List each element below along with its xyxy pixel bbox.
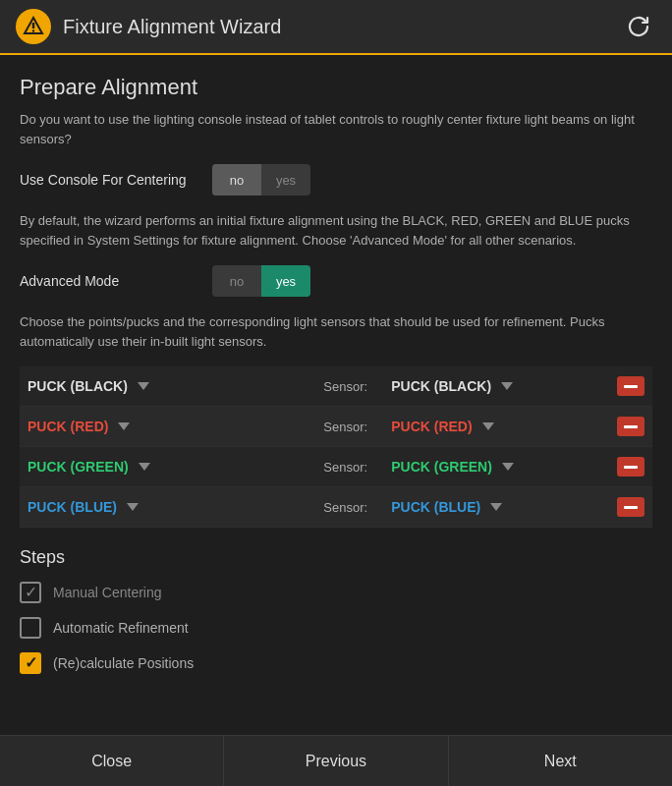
- use-console-yes-option[interactable]: yes: [261, 164, 310, 196]
- sensor-selector[interactable]: PUCK (BLUE): [391, 499, 601, 515]
- step-checkbox[interactable]: [20, 617, 41, 639]
- header-left: Fixture Alignment Wizard: [16, 9, 281, 44]
- sensor-dropdown-arrow: [502, 463, 514, 471]
- steps-heading: Steps: [20, 547, 652, 568]
- delete-icon: [624, 506, 638, 509]
- steps-container: ✓ Manual Centering Automatic Refinement …: [20, 582, 652, 674]
- content-area: Prepare Alignment Do you want to use the…: [0, 55, 672, 735]
- sensor-name-label: PUCK (BLACK): [391, 378, 491, 394]
- app-header: Fixture Alignment Wizard: [0, 0, 672, 55]
- step-checkbox[interactable]: ✓: [20, 582, 41, 603]
- refresh-button[interactable]: [621, 9, 656, 44]
- delete-icon: [624, 425, 638, 428]
- use-console-toggle[interactable]: no yes: [212, 164, 310, 196]
- puck-selector[interactable]: PUCK (RED): [28, 419, 300, 434]
- checkmark-icon: ✓: [25, 655, 37, 671]
- table-row: PUCK (RED) Sensor: PUCK (RED): [20, 407, 652, 447]
- puck-label: PUCK (BLUE): [28, 499, 117, 515]
- section-heading: Prepare Alignment: [20, 75, 652, 100]
- checkmark-icon: ✓: [25, 585, 37, 600]
- delete-row-button[interactable]: [617, 497, 644, 517]
- sensor-colon-label: Sensor:: [323, 379, 367, 394]
- puck-label: PUCK (BLACK): [28, 378, 128, 394]
- step-label: Automatic Refinement: [53, 620, 189, 636]
- puck-label: PUCK (RED): [28, 419, 108, 434]
- step-label: Manual Centering: [53, 585, 162, 600]
- advanced-mode-toggle[interactable]: no yes: [212, 265, 310, 297]
- advanced-mode-row: Advanced Mode no yes: [20, 265, 652, 297]
- puck-dropdown-arrow: [118, 422, 130, 430]
- sensor-dropdown-arrow: [501, 382, 513, 390]
- use-console-row: Use Console For Centering no yes: [20, 164, 652, 196]
- puck-dropdown-arrow: [138, 382, 149, 390]
- previous-button[interactable]: Previous: [224, 736, 448, 786]
- use-console-label: Use Console For Centering: [20, 172, 196, 188]
- sensor-dropdown-arrow: [490, 503, 502, 511]
- sensor-table: PUCK (BLACK) Sensor: PUCK (BLACK): [20, 366, 652, 528]
- advanced-mode-label: Advanced Mode: [20, 273, 196, 289]
- puck-label: PUCK (GREEN): [28, 459, 129, 475]
- sensor-name-label: PUCK (GREEN): [391, 459, 492, 475]
- sensor-colon-label: Sensor:: [323, 500, 367, 515]
- sensor-selector[interactable]: PUCK (GREEN): [391, 459, 601, 475]
- step-checkbox[interactable]: ✓: [20, 652, 41, 674]
- svg-point-2: [32, 29, 34, 31]
- close-button[interactable]: Close: [0, 736, 224, 786]
- footer: Close Previous Next: [0, 735, 672, 786]
- table-row: PUCK (GREEN) Sensor: PUCK (GREEN): [20, 447, 652, 487]
- sensor-dropdown-arrow: [482, 422, 494, 430]
- delete-icon: [624, 466, 638, 469]
- puck-dropdown-arrow: [127, 503, 139, 511]
- puck-selector[interactable]: PUCK (BLACK): [28, 378, 300, 394]
- sensor-colon-label: Sensor:: [323, 460, 367, 475]
- page-title: Fixture Alignment Wizard: [63, 16, 281, 38]
- step-item: Automatic Refinement: [20, 617, 652, 639]
- sensor-selector[interactable]: PUCK (BLACK): [391, 378, 601, 394]
- puck-selector[interactable]: PUCK (GREEN): [28, 459, 300, 475]
- sensor-name-label: PUCK (RED): [391, 419, 472, 434]
- sensor-colon-label: Sensor:: [323, 420, 367, 434]
- table-row: PUCK (BLACK) Sensor: PUCK (BLACK): [20, 366, 652, 407]
- puck-selector[interactable]: PUCK (BLUE): [28, 499, 300, 515]
- next-button[interactable]: Next: [449, 736, 672, 786]
- use-console-no-option[interactable]: no: [212, 164, 261, 196]
- description-3: Choose the points/pucks and the correspo…: [20, 312, 652, 351]
- delete-row-button[interactable]: [617, 457, 644, 477]
- delete-icon: [624, 385, 638, 388]
- step-item: ✓ Manual Centering: [20, 582, 652, 603]
- sensor-name-label: PUCK (BLUE): [391, 499, 480, 515]
- step-label: (Re)calculate Positions: [53, 655, 194, 671]
- step-item: ✓ (Re)calculate Positions: [20, 652, 652, 674]
- sensor-selector[interactable]: PUCK (RED): [391, 419, 601, 434]
- app-logo: [16, 9, 51, 44]
- advanced-mode-yes-option[interactable]: yes: [261, 265, 310, 297]
- delete-row-button[interactable]: [617, 417, 644, 436]
- description-1: Do you want to use the lighting console …: [20, 110, 652, 148]
- delete-row-button[interactable]: [617, 376, 644, 396]
- advanced-mode-no-option[interactable]: no: [212, 265, 261, 297]
- puck-dropdown-arrow: [139, 463, 150, 471]
- description-2: By default, the wizard performs an initi…: [20, 211, 652, 250]
- table-row: PUCK (BLUE) Sensor: PUCK (BLUE): [20, 487, 652, 528]
